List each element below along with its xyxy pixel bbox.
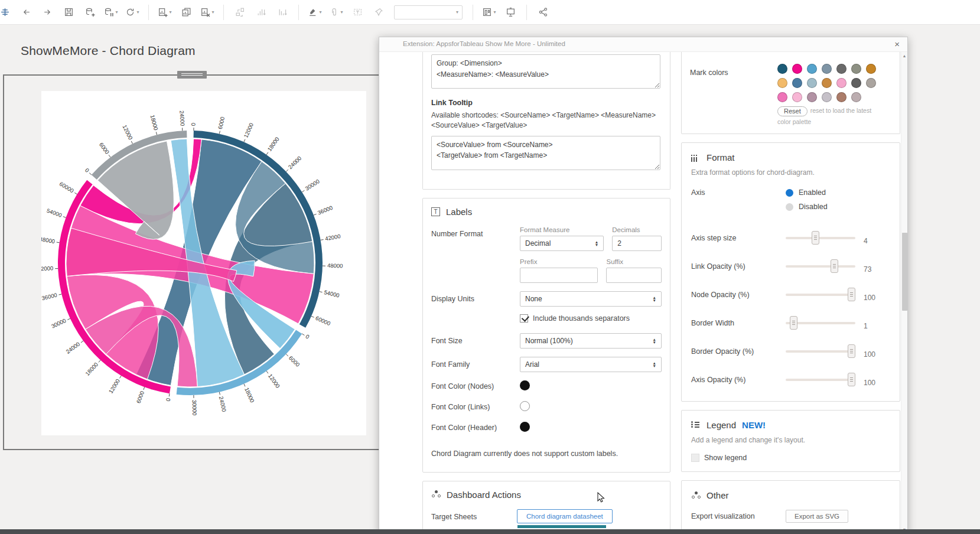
zone-drag-handle[interactable]: [177, 71, 207, 79]
toolbar-divider: [526, 5, 527, 20]
font-color-header-swatch[interactable]: [520, 422, 530, 432]
slider-track[interactable]: [786, 265, 855, 268]
color-swatch[interactable]: [851, 78, 861, 88]
radio-unselected-icon[interactable]: [786, 203, 793, 211]
mark-colors-label: Mark colors: [690, 64, 777, 125]
color-swatch[interactable]: [777, 78, 787, 88]
format-measure-select[interactable]: Decimal ▲▼: [520, 236, 604, 251]
color-swatch[interactable]: [792, 92, 802, 102]
presentation-mode-icon[interactable]: [502, 4, 519, 21]
axis-tick-label: 6000: [98, 141, 111, 155]
format-icon: [691, 154, 701, 162]
font-family-select[interactable]: Arial ▲▼: [520, 357, 662, 372]
slider-track[interactable]: [786, 350, 855, 353]
display-units-select[interactable]: None ▲▼: [520, 291, 662, 307]
color-swatch[interactable]: [807, 78, 817, 88]
radio-selected-icon[interactable]: [786, 189, 793, 197]
dialog-titlebar[interactable]: Extension: AppsforTableau Show Me More -…: [379, 37, 907, 52]
pause-updates-icon[interactable]: ▾: [102, 4, 120, 21]
slider-handle[interactable]: [848, 373, 855, 386]
clear-sheet-icon[interactable]: ▾: [198, 4, 216, 21]
color-swatch[interactable]: [777, 64, 787, 74]
show-legend-row[interactable]: Show legend: [691, 454, 890, 462]
axis-tick: [286, 354, 288, 356]
share-icon[interactable]: [534, 4, 552, 21]
fit-selector[interactable]: ▾: [394, 5, 463, 19]
slider-handle[interactable]: [790, 316, 797, 330]
color-swatch[interactable]: [866, 78, 876, 88]
thousands-checkbox[interactable]: [520, 314, 528, 323]
chord-diagram[interactable]: 0600012000180002400030000360004200048000…: [41, 91, 366, 435]
chord-diagram-sheet: 0600012000180002400030000360004200048000…: [41, 91, 366, 435]
add-data-source-icon[interactable]: [81, 4, 99, 21]
slider-track[interactable]: [786, 322, 855, 324]
font-size-label: Font Size: [431, 333, 520, 349]
save-icon[interactable]: [60, 4, 77, 21]
close-icon[interactable]: ×: [894, 39, 900, 49]
scroll-up-icon[interactable]: ▲: [901, 54, 907, 58]
color-swatch[interactable]: [792, 78, 802, 88]
node-tooltip-textarea[interactable]: Group: <Dimension> <MeasureName>: <Measu…: [431, 54, 660, 89]
color-swatch[interactable]: [822, 78, 832, 88]
axis-tick: [169, 393, 170, 396]
color-swatch[interactable]: [822, 64, 832, 74]
link-tooltip-textarea[interactable]: <SourceValue> from <SourceName> <TargetV…: [431, 136, 660, 170]
export-svg-button[interactable]: Export as SVG: [786, 510, 848, 523]
slider-track[interactable]: [786, 294, 855, 296]
font-size-select[interactable]: Normal (100%) ▲▼: [520, 333, 662, 349]
font-color-nodes-swatch[interactable]: [520, 380, 530, 390]
color-swatch[interactable]: [792, 64, 802, 74]
color-swatch[interactable]: [807, 92, 817, 102]
legend-description: Add a legend and change it's layout.: [691, 436, 890, 444]
axis-tick: [89, 173, 92, 175]
font-color-links-swatch[interactable]: [520, 401, 530, 411]
slider-handle[interactable]: [848, 288, 855, 301]
color-swatch[interactable]: [777, 92, 787, 102]
axis-tick-label: 18000: [243, 386, 256, 403]
prefix-input[interactable]: [520, 268, 598, 283]
axis-tick: [74, 193, 77, 194]
axis-tick-label: 24000: [218, 396, 228, 412]
target-sheet-button[interactable]: Chord diagram datasheet: [517, 509, 613, 523]
text-object-icon[interactable]: [349, 4, 366, 21]
redo-icon[interactable]: [38, 4, 56, 21]
reset-button[interactable]: Reset: [777, 106, 808, 116]
sort-descending-icon[interactable]: [274, 4, 291, 21]
color-swatch[interactable]: [836, 78, 846, 88]
undo-icon[interactable]: [17, 4, 35, 21]
color-swatch[interactable]: [836, 92, 846, 102]
color-swatch[interactable]: [851, 92, 861, 102]
swap-rows-columns-icon[interactable]: [231, 4, 249, 21]
thousands-separator-row[interactable]: Include thousands separators: [520, 314, 662, 323]
sort-ascending-icon[interactable]: [252, 4, 270, 21]
decimals-input[interactable]: [612, 236, 662, 251]
axis-label: Axis: [691, 188, 786, 217]
dialog-scrollbar[interactable]: ▲ ▼: [901, 52, 907, 533]
axis-disabled-option[interactable]: Disabled: [786, 203, 828, 211]
pin-icon[interactable]: [370, 4, 388, 21]
new-worksheet-icon[interactable]: ▾: [156, 4, 174, 21]
slider-track[interactable]: [786, 237, 855, 239]
show-me-icon[interactable]: ▾: [480, 4, 498, 21]
slider-row: Border Opacity (%)100: [691, 344, 890, 359]
format-icon[interactable]: ▾: [327, 4, 345, 21]
color-swatch[interactable]: [807, 64, 817, 74]
tableau-logo-icon[interactable]: [0, 4, 14, 21]
axis-tick: [302, 334, 304, 336]
axis-enabled-option[interactable]: Enabled: [786, 188, 828, 197]
slider-handle[interactable]: [848, 344, 855, 358]
color-swatch[interactable]: [866, 64, 876, 74]
slider-handle[interactable]: [831, 259, 838, 273]
suffix-input[interactable]: [606, 268, 662, 283]
color-swatch[interactable]: [822, 92, 832, 102]
refresh-icon[interactable]: ▾: [123, 4, 141, 21]
color-swatch[interactable]: [836, 64, 846, 74]
show-legend-checkbox[interactable]: [691, 454, 699, 462]
slider-row: Border Width1: [691, 316, 890, 330]
slider-handle[interactable]: [812, 231, 819, 245]
scrollbar-thumb[interactable]: [902, 233, 907, 311]
color-swatch[interactable]: [851, 64, 861, 74]
highlight-icon[interactable]: ▾: [306, 4, 324, 21]
slider-track[interactable]: [786, 379, 855, 381]
duplicate-sheet-icon[interactable]: [177, 4, 195, 21]
